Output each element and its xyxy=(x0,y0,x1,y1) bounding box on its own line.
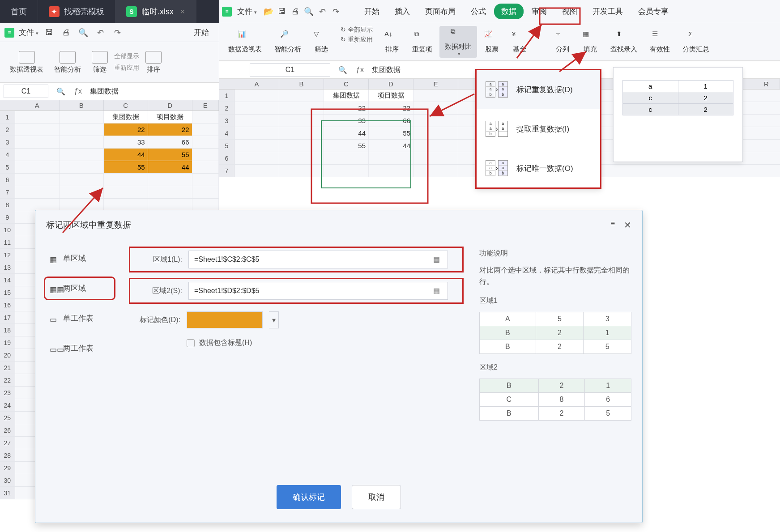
redo-icon[interactable]: ↷ xyxy=(111,26,124,39)
cell[interactable]: 集团数据 xyxy=(324,89,369,102)
print-icon[interactable]: 🖨 xyxy=(289,5,302,18)
row-number[interactable]: 1 xyxy=(0,111,15,123)
reapply[interactable]: 重新应用 xyxy=(114,64,139,72)
row-number[interactable]: 1 xyxy=(219,89,234,102)
row-number[interactable]: 15 xyxy=(0,286,15,298)
cell[interactable]: 22 xyxy=(369,102,413,114)
col-header[interactable]: B xyxy=(279,79,324,89)
cell[interactable] xyxy=(192,186,219,198)
cell[interactable] xyxy=(60,161,104,173)
table-row[interactable]: 6 xyxy=(0,174,219,186)
preview-icon[interactable]: 🔍 xyxy=(303,5,315,18)
cell[interactable] xyxy=(324,152,369,164)
cell[interactable]: 22 xyxy=(104,123,148,136)
color-swatch[interactable] xyxy=(187,311,263,328)
open-icon[interactable]: 📂 xyxy=(262,5,275,18)
col-header[interactable]: R xyxy=(753,79,780,89)
table-row[interactable]: 44455 xyxy=(0,149,219,161)
col-header[interactable]: D xyxy=(148,100,192,111)
show-all[interactable]: ↻ 全部显示 xyxy=(341,26,373,34)
cell[interactable] xyxy=(60,186,104,198)
cell[interactable] xyxy=(104,186,148,198)
region2-input[interactable]: =Sheet1!$D$2:$D$5▦ xyxy=(188,282,448,300)
cell[interactable]: 66 xyxy=(148,136,192,148)
menu-icon[interactable]: ≡ xyxy=(611,220,615,230)
table-row[interactable]: 33366 xyxy=(0,136,219,149)
row-number[interactable]: 4 xyxy=(0,149,15,161)
cell[interactable] xyxy=(413,102,458,114)
menu-插入[interactable]: 插入 xyxy=(388,4,417,19)
row-number[interactable]: 2 xyxy=(219,102,234,114)
row-number[interactable]: 18 xyxy=(0,324,15,336)
cell[interactable] xyxy=(192,174,219,186)
cell[interactable] xyxy=(234,140,279,152)
table-row[interactable]: 22222 xyxy=(0,123,219,136)
cell[interactable] xyxy=(192,161,219,173)
fx-icon[interactable]: ƒx xyxy=(352,66,368,74)
row-number[interactable]: 16 xyxy=(0,299,15,311)
table-row[interactable]: 1集团数据项目数据 xyxy=(0,111,219,123)
cell[interactable]: 55 xyxy=(148,149,192,161)
cell[interactable] xyxy=(234,102,279,114)
cell[interactable] xyxy=(324,165,369,177)
cell[interactable]: 22 xyxy=(148,123,192,136)
col-header[interactable]: B xyxy=(60,100,104,111)
ribbon-stock[interactable]: 📈股票 xyxy=(479,26,505,58)
row-number[interactable]: 20 xyxy=(0,349,15,361)
row-number[interactable]: 7 xyxy=(0,186,15,198)
cell[interactable] xyxy=(60,111,104,123)
preview-icon[interactable]: 🔍 xyxy=(77,26,90,39)
cell[interactable]: 55 xyxy=(324,140,369,152)
cell[interactable] xyxy=(60,174,104,186)
undo-icon[interactable]: ↶ xyxy=(316,5,328,18)
menu-公式[interactable]: 公式 xyxy=(464,4,493,19)
row-number[interactable]: 24 xyxy=(0,399,15,411)
cell[interactable] xyxy=(15,199,60,211)
cell[interactable] xyxy=(148,174,192,186)
cell[interactable] xyxy=(15,123,60,136)
row-number[interactable]: 3 xyxy=(0,136,15,148)
cell[interactable] xyxy=(60,123,104,136)
show-all[interactable]: 全部显示 xyxy=(114,52,139,60)
row-number[interactable]: 25 xyxy=(0,412,15,424)
row-number[interactable]: 23 xyxy=(0,387,15,399)
row-number[interactable]: 30 xyxy=(0,474,15,486)
ribbon-subtotal[interactable]: Σ分类汇总 xyxy=(677,26,715,58)
cell[interactable] xyxy=(234,165,279,177)
cell[interactable]: 项目数据 xyxy=(148,111,192,123)
cell[interactable] xyxy=(413,165,458,177)
col-header[interactable]: E xyxy=(413,79,458,89)
row-number[interactable]: 8 xyxy=(0,199,15,211)
col-header[interactable]: C xyxy=(324,79,369,89)
row-number[interactable]: 28 xyxy=(0,449,15,461)
close-icon[interactable]: ✕ xyxy=(624,220,631,230)
menu-会员专享[interactable]: 会员专享 xyxy=(631,4,676,19)
col-header[interactable]: A xyxy=(15,100,60,111)
cell[interactable] xyxy=(15,186,60,198)
close-icon[interactable]: ✕ xyxy=(180,8,185,15)
ribbon-sort[interactable]: 排序 xyxy=(141,51,166,74)
save-icon[interactable]: 🖫 xyxy=(276,5,288,18)
dd-mark-unique[interactable]: aab›aab 标记唯一数据(O) xyxy=(476,149,601,188)
cell[interactable]: 44 xyxy=(369,140,413,152)
cell[interactable]: 22 xyxy=(324,102,369,114)
cell[interactable]: 集团数据 xyxy=(104,111,148,123)
ribbon-smart[interactable]: 🔎智能分析 xyxy=(269,26,307,58)
row-number[interactable]: 19 xyxy=(0,336,15,349)
range-picker-icon[interactable]: ▦ xyxy=(433,255,442,264)
cell[interactable] xyxy=(279,140,324,152)
cell[interactable]: 33 xyxy=(324,115,369,127)
col-header[interactable]: A xyxy=(234,79,279,89)
row-number[interactable]: 6 xyxy=(0,174,15,186)
cell[interactable]: 44 xyxy=(324,127,369,139)
checkbox-icon[interactable] xyxy=(187,339,195,347)
include-header-checkbox[interactable]: 数据包含标题(H) xyxy=(187,338,461,348)
row-number[interactable]: 17 xyxy=(0,311,15,323)
save-icon[interactable]: 🖫 xyxy=(43,26,55,39)
side-two-sheet[interactable]: ▭▭两工作表 xyxy=(46,339,113,358)
row-number[interactable]: 6 xyxy=(219,152,234,164)
side-single-sheet[interactable]: ▭单工作表 xyxy=(46,309,113,328)
row-number[interactable]: 29 xyxy=(0,462,15,474)
ribbon-findrec[interactable]: ⬆查找录入 xyxy=(605,26,643,58)
name-box[interactable]: C1 xyxy=(250,63,330,77)
